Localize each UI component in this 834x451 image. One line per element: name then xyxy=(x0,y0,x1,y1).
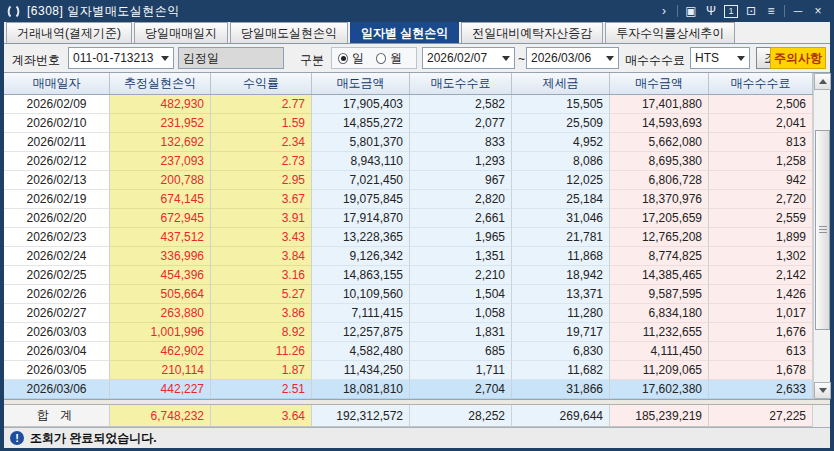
cell-rate[interactable]: 2.51 xyxy=(211,380,312,399)
cell-sell_amount[interactable]: 17,914,870 xyxy=(312,209,410,228)
table-row[interactable]: 2026/02/10231,9521.5914,855,2722,07725,5… xyxy=(4,114,813,133)
cell-pl[interactable]: 672,945 xyxy=(110,209,211,228)
vertical-scrollbar[interactable] xyxy=(813,73,830,399)
cell-tax[interactable]: 15,505 xyxy=(512,95,610,114)
cell-sell_fee[interactable]: 685 xyxy=(410,342,512,361)
cell-date[interactable]: 2026/02/26 xyxy=(4,285,110,304)
tab-daily-realized-pl[interactable]: 일자별 실현손익 xyxy=(350,22,459,43)
cell-sell_amount[interactable]: 11,434,250 xyxy=(312,361,410,380)
table-row[interactable]: 2026/02/11132,6922.345,801,3708334,9525,… xyxy=(4,133,813,152)
cell-pl[interactable]: 132,692 xyxy=(110,133,211,152)
cell-buy_amount[interactable]: 14,593,693 xyxy=(610,114,709,133)
cell-pl[interactable]: 1,001,996 xyxy=(110,323,211,342)
table-row[interactable]: 2026/02/24336,9963.849,126,3421,35111,86… xyxy=(4,247,813,266)
cell-rate[interactable]: 1.87 xyxy=(211,361,312,380)
new-window-icon[interactable]: ⊡ xyxy=(741,2,761,20)
cell-sell_fee[interactable]: 2,820 xyxy=(410,190,512,209)
cell-buy_fee[interactable]: 1,676 xyxy=(709,323,813,342)
tab-deposit-asset-change[interactable]: 전일대비예탁자산증감 xyxy=(461,22,603,43)
account-number-select[interactable]: 011-01-713213 xyxy=(68,47,174,69)
column-header-buy_fee[interactable]: 매수수수료 xyxy=(709,73,813,94)
cell-buy_amount[interactable]: 12,765,208 xyxy=(610,228,709,247)
cell-date[interactable]: 2026/03/03 xyxy=(4,323,110,342)
cell-tax[interactable]: 31,866 xyxy=(512,380,610,399)
cell-buy_amount[interactable]: 17,602,380 xyxy=(610,380,709,399)
table-row[interactable]: 2026/03/06442,2272.5118,081,8102,70431,8… xyxy=(4,380,813,399)
cell-sell_amount[interactable]: 12,257,875 xyxy=(312,323,410,342)
cell-buy_fee[interactable]: 813 xyxy=(709,133,813,152)
cell-rate[interactable]: 3.86 xyxy=(211,304,312,323)
cell-buy_fee[interactable]: 1,017 xyxy=(709,304,813,323)
cell-sell_fee[interactable]: 1,351 xyxy=(410,247,512,266)
cell-buy_amount[interactable]: 6,834,180 xyxy=(610,304,709,323)
cell-sell_fee[interactable]: 1,711 xyxy=(410,361,512,380)
cell-rate[interactable]: 3.67 xyxy=(211,190,312,209)
cell-date[interactable]: 2026/02/27 xyxy=(4,304,110,323)
cell-rate[interactable]: 2.77 xyxy=(211,95,312,114)
cell-pl[interactable]: 237,093 xyxy=(110,152,211,171)
signal-lock-icon[interactable]: Ψ xyxy=(701,2,721,20)
cell-buy_amount[interactable]: 17,205,659 xyxy=(610,209,709,228)
cell-sell_amount[interactable]: 19,075,845 xyxy=(312,190,410,209)
cell-rate[interactable]: 2.95 xyxy=(211,171,312,190)
cell-rate[interactable]: 3.91 xyxy=(211,209,312,228)
cell-date[interactable]: 2026/02/12 xyxy=(4,152,110,171)
cell-buy_amount[interactable]: 17,401,880 xyxy=(610,95,709,114)
cell-buy_fee[interactable]: 2,559 xyxy=(709,209,813,228)
scrollbar-up-button[interactable] xyxy=(814,73,831,90)
cell-buy_amount[interactable]: 18,370,976 xyxy=(610,190,709,209)
cell-rate[interactable]: 1.59 xyxy=(211,114,312,133)
cell-tax[interactable]: 31,046 xyxy=(512,209,610,228)
table-row[interactable]: 2026/02/09482,9302.7717,905,4032,58215,5… xyxy=(4,95,813,114)
cell-pl[interactable]: 263,880 xyxy=(110,304,211,323)
tab-trade-history[interactable]: 거래내역(결제기준) xyxy=(6,22,132,43)
table-row[interactable]: 2026/02/13200,7882.957,021,45096712,0256… xyxy=(4,171,813,190)
cell-rate[interactable]: 3.16 xyxy=(211,266,312,285)
cell-sell_amount[interactable]: 13,228,365 xyxy=(312,228,410,247)
maximize-icon[interactable]: ▣ xyxy=(681,2,701,20)
cell-buy_fee[interactable]: 2,633 xyxy=(709,380,813,399)
cell-sell_fee[interactable]: 1,293 xyxy=(410,152,512,171)
cell-tax[interactable]: 19,717 xyxy=(512,323,610,342)
cell-sell_fee[interactable]: 833 xyxy=(410,133,512,152)
expand-panel-icon[interactable]: › xyxy=(654,2,674,20)
cell-sell_amount[interactable]: 14,863,155 xyxy=(312,266,410,285)
cell-pl[interactable]: 505,664 xyxy=(110,285,211,304)
cell-sell_amount[interactable]: 9,126,342 xyxy=(312,247,410,266)
cell-date[interactable]: 2026/02/09 xyxy=(4,95,110,114)
cell-sell_amount[interactable]: 18,081,810 xyxy=(312,380,410,399)
cell-buy_fee[interactable]: 1,678 xyxy=(709,361,813,380)
cell-date[interactable]: 2026/02/24 xyxy=(4,247,110,266)
cell-sell_amount[interactable]: 5,801,370 xyxy=(312,133,410,152)
cell-buy_amount[interactable]: 11,209,065 xyxy=(610,361,709,380)
cell-tax[interactable]: 21,781 xyxy=(512,228,610,247)
cell-buy_amount[interactable]: 4,111,450 xyxy=(610,342,709,361)
cell-tax[interactable]: 25,509 xyxy=(512,114,610,133)
cell-date[interactable]: 2026/02/23 xyxy=(4,228,110,247)
cell-tax[interactable]: 11,280 xyxy=(512,304,610,323)
cell-tax[interactable]: 13,371 xyxy=(512,285,610,304)
cell-date[interactable]: 2026/02/11 xyxy=(4,133,110,152)
scrollbar-thumb[interactable] xyxy=(815,130,830,330)
tab-return-rate-detail[interactable]: 투자수익률상세추이 xyxy=(605,22,735,43)
cell-buy_fee[interactable]: 1,258 xyxy=(709,152,813,171)
cell-date[interactable]: 2026/02/10 xyxy=(4,114,110,133)
cell-rate[interactable]: 8.92 xyxy=(211,323,312,342)
cell-buy_amount[interactable]: 8,774,825 xyxy=(610,247,709,266)
cell-sell_amount[interactable]: 14,855,272 xyxy=(312,114,410,133)
caution-button[interactable]: 주의사항 xyxy=(770,47,826,69)
cell-sell_fee[interactable]: 2,077 xyxy=(410,114,512,133)
cell-rate[interactable]: 3.43 xyxy=(211,228,312,247)
table-row[interactable]: 2026/02/27263,8803.867,111,4151,05811,28… xyxy=(4,304,813,323)
date-to-select[interactable]: 2026/03/06 xyxy=(526,47,619,69)
cell-sell_fee[interactable]: 1,831 xyxy=(410,323,512,342)
table-row[interactable]: 2026/03/04462,90211.264,582,4806856,8304… xyxy=(4,342,813,361)
cell-date[interactable]: 2026/03/05 xyxy=(4,361,110,380)
cell-buy_amount[interactable]: 9,587,595 xyxy=(610,285,709,304)
cell-buy_amount[interactable]: 8,695,380 xyxy=(610,152,709,171)
cell-rate[interactable]: 5.27 xyxy=(211,285,312,304)
cell-date[interactable]: 2026/02/13 xyxy=(4,171,110,190)
cell-pl[interactable]: 210,114 xyxy=(110,361,211,380)
cell-rate[interactable]: 2.34 xyxy=(211,133,312,152)
cell-buy_fee[interactable]: 2,041 xyxy=(709,114,813,133)
